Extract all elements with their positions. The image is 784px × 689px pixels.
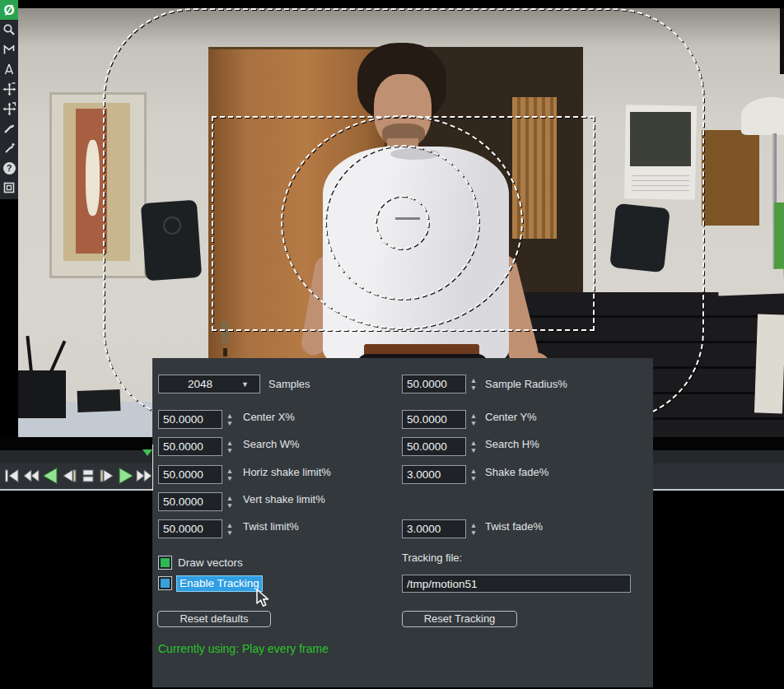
adjust-projector-tool[interactable]: [0, 99, 18, 119]
black-box: [77, 389, 121, 412]
twist-limit-spinner[interactable]: ▲ ▼: [223, 519, 236, 538]
frame-forward-button[interactable]: [97, 465, 116, 486]
search-w-spinner[interactable]: ▲ ▼: [223, 437, 236, 456]
white-papers: [754, 314, 784, 413]
stop-button[interactable]: [78, 465, 97, 486]
eyedropper-icon: [2, 142, 16, 155]
search-w-input[interactable]: [158, 437, 222, 456]
shake-fade-spinner[interactable]: ▲ ▼: [467, 465, 480, 484]
protect-video-icon: Ø: [3, 3, 14, 17]
search-h-spinner[interactable]: ▲ ▼: [467, 437, 480, 456]
horiz-shake-limit-input[interactable]: [158, 465, 222, 484]
twist-limit-input[interactable]: [158, 519, 222, 538]
twist-limit-label: Twist limit%: [243, 517, 299, 536]
lamp-shade: [741, 97, 784, 135]
tool-info-tool[interactable]: ?: [0, 158, 18, 178]
center-y-input[interactable]: [402, 410, 466, 429]
magnify-icon: [2, 23, 16, 36]
rewind-to-start-icon: [2, 465, 21, 486]
frame-reverse-icon: [59, 465, 78, 486]
twist-fade-spinner[interactable]: ▲ ▼: [467, 519, 480, 538]
spin-down-icon: ▼: [226, 502, 233, 509]
enable-tracking-checkbox[interactable]: [158, 576, 172, 590]
forward-play-icon: [116, 465, 135, 486]
safe-regions-icon: [2, 181, 16, 194]
spin-down-icon: ▼: [470, 420, 477, 426]
spin-down-icon: ▼: [470, 475, 477, 482]
twist-fade-input[interactable]: [402, 519, 466, 538]
samples-label: Samples: [268, 375, 310, 393]
protect-video-tool[interactable]: Ø: [0, 0, 18, 20]
vert-shake-limit-label: Vert shake limit%: [243, 490, 325, 509]
sample-radius-spinner[interactable]: ▲ ▼: [467, 375, 480, 393]
fast-reverse-button[interactable]: [21, 465, 40, 486]
stop-icon: [78, 465, 97, 486]
status-message: Currently using: Play every frame: [158, 642, 329, 655]
spin-down-icon: ▼: [470, 529, 477, 536]
reverse-play-button[interactable]: [40, 465, 59, 486]
enable-tracking-checkmark: [161, 579, 170, 588]
fast-forward-button[interactable]: [135, 465, 153, 486]
mask-tool[interactable]: [0, 40, 18, 59]
ruler-icon: [2, 63, 16, 76]
spin-down-icon: ▼: [226, 420, 233, 426]
eyedropper-tool[interactable]: [0, 138, 18, 158]
spin-down-icon: ▼: [226, 529, 233, 536]
frame-forward-icon: [97, 465, 116, 486]
vert-shake-limit-spinner[interactable]: ▲ ▼: [223, 492, 236, 511]
crop-knife-icon: [2, 122, 16, 135]
center-y-label: Center Y%: [485, 407, 537, 426]
sample-radius-label: Sample Radius%: [485, 375, 567, 393]
trinket-shelf: [702, 130, 759, 226]
rewind-to-start-button[interactable]: [2, 465, 21, 486]
frame-reverse-button[interactable]: [59, 465, 78, 486]
center-y-spinner[interactable]: ▲ ▼: [467, 410, 480, 429]
shake-fade-input[interactable]: [402, 465, 466, 484]
adjust-camera-icon: [2, 82, 16, 96]
chevron-down-icon: ▼: [241, 380, 259, 389]
green-books: [774, 203, 784, 278]
samples-dropdown[interactable]: 2048 ▼: [158, 375, 260, 393]
center-x-label: Center X%: [243, 407, 295, 426]
spin-down-icon: ▼: [226, 447, 233, 454]
dialog-left-edge-highlight: [152, 445, 153, 491]
spin-down-icon: ▼: [470, 384, 477, 391]
mouse-cursor: [256, 589, 273, 608]
search-w-label: Search W%: [243, 435, 300, 454]
enable-tracking-label: Enable Tracking: [177, 576, 262, 591]
fast-forward-icon: [135, 465, 153, 486]
horiz-shake-limit-label: Horiz shake limit%: [243, 463, 331, 482]
crop-tool[interactable]: [0, 119, 18, 138]
samples-value: 2048: [159, 378, 241, 390]
adjust-projector-icon: [2, 102, 16, 116]
horiz-shake-limit-spinner[interactable]: ▲ ▼: [223, 465, 236, 484]
fast-reverse-icon: [21, 465, 40, 486]
draw-vectors-checkbox[interactable]: [158, 556, 172, 570]
picture-art-figure: [86, 140, 100, 216]
trinket-shelf-divider: [726, 132, 728, 221]
mask-icon: [2, 43, 16, 56]
draw-vectors-checkmark: [161, 558, 170, 567]
help-icon: ?: [3, 162, 16, 175]
search-h-label: Search H%: [485, 435, 539, 454]
tracking-file-label: Tracking file:: [402, 548, 462, 567]
shake-fade-label: Shake fade%: [485, 463, 548, 482]
motion-inner-circle[interactable]: [375, 195, 429, 249]
draw-vectors-label: Draw vectors: [178, 556, 243, 570]
search-h-input[interactable]: [402, 437, 466, 456]
white-shelf: [718, 269, 784, 296]
adjust-camera-tool[interactable]: [0, 79, 18, 99]
sample-radius-input[interactable]: [402, 375, 466, 393]
ruler-tool[interactable]: [0, 59, 18, 79]
forward-play-button[interactable]: [116, 465, 135, 486]
vert-shake-limit-input[interactable]: [158, 492, 222, 511]
center-x-spinner[interactable]: ▲ ▼: [223, 410, 236, 429]
compositor-toolbar: Ø: [0, 0, 18, 199]
tracking-file-input[interactable]: [402, 575, 631, 593]
safe-regions-tool[interactable]: [0, 178, 18, 198]
playhead-marker[interactable]: [142, 449, 152, 456]
center-x-input[interactable]: [158, 410, 222, 429]
reset-defaults-button[interactable]: Reset defaults: [157, 611, 271, 627]
magnify-tool[interactable]: [0, 20, 18, 40]
reset-tracking-button[interactable]: Reset Tracking: [402, 611, 517, 627]
